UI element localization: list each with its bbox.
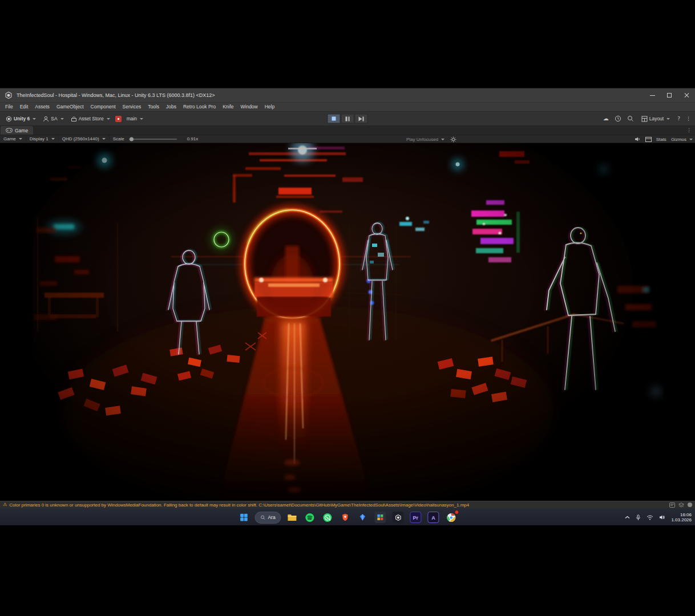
toolbar-left-group: Unity 6 SA Asset Store bbox=[4, 115, 145, 123]
play-stop-button[interactable] bbox=[328, 114, 341, 124]
status-bar-icons bbox=[669, 502, 692, 508]
after-effects-icon[interactable]: A bbox=[427, 510, 441, 524]
menu-retro-look-pro[interactable]: Retro Look Pro bbox=[180, 103, 219, 111]
taskbar-center-icons: Ara bbox=[237, 509, 458, 526]
tab-game-label: Game bbox=[15, 128, 28, 133]
game-view-toolbar: Game Display 1 QHD (2560x1440) Scale 0.9… bbox=[0, 135, 695, 143]
resolution-label: QHD (2560x1440) bbox=[62, 136, 99, 141]
maximize-button[interactable] bbox=[661, 88, 678, 102]
taskbar-clock[interactable]: 16:06 1.03.2026 bbox=[671, 512, 692, 523]
system-tray: 16:06 1.03.2026 bbox=[625, 509, 692, 526]
game-viewport[interactable] bbox=[0, 143, 695, 501]
play-focus-dropdown[interactable]: Play Unfocused bbox=[406, 137, 445, 142]
gizmos-dropdown[interactable]: Gizmos bbox=[671, 137, 693, 142]
scale-control: Scale 0.91x bbox=[110, 135, 202, 143]
volume-icon[interactable] bbox=[659, 514, 665, 520]
chevron-down-icon bbox=[51, 138, 55, 140]
capture-burst-icon[interactable] bbox=[450, 136, 456, 143]
clock-time: 16:06 bbox=[680, 512, 692, 518]
cloud-icon[interactable]: ☁ bbox=[603, 116, 609, 121]
help-icon[interactable]: ? bbox=[677, 116, 680, 121]
menu-tools[interactable]: Tools bbox=[144, 103, 163, 111]
microphone-icon[interactable] bbox=[636, 514, 641, 521]
tab-menu-icon[interactable]: ⋮ bbox=[686, 127, 692, 133]
chevron-down-icon bbox=[102, 138, 106, 140]
whatsapp-icon[interactable] bbox=[321, 510, 334, 524]
branch-label: main bbox=[127, 116, 137, 121]
status-message[interactable]: Color primaries 0 is unknown or unsuppor… bbox=[9, 502, 662, 508]
windows-taskbar: Ara bbox=[0, 508, 695, 525]
display-dropdown[interactable]: Display 1 bbox=[26, 135, 59, 143]
file-explorer-icon[interactable] bbox=[285, 510, 299, 524]
search-icon[interactable] bbox=[627, 115, 634, 122]
menu-file[interactable]: File bbox=[2, 103, 17, 111]
brave-icon[interactable] bbox=[338, 510, 352, 524]
minimize-icon bbox=[650, 95, 655, 96]
display-label: Display 1 bbox=[30, 136, 49, 141]
tab-game[interactable]: Game bbox=[1, 126, 33, 135]
minimize-button[interactable] bbox=[644, 88, 661, 102]
premiere-label: Pr bbox=[413, 515, 419, 521]
stats-button[interactable]: Stats bbox=[656, 137, 666, 142]
chevron-down-icon bbox=[441, 139, 445, 140]
history-icon[interactable] bbox=[615, 115, 621, 122]
chevron-down-icon bbox=[107, 118, 110, 120]
game-view-mode-label: Game bbox=[3, 136, 16, 141]
unity-logo-icon bbox=[5, 91, 13, 99]
menu-assets[interactable]: Assets bbox=[31, 103, 53, 111]
resolution-dropdown[interactable]: QHD (2560x1440) bbox=[59, 135, 110, 143]
asset-store-dropdown[interactable]: Asset Store bbox=[69, 115, 112, 123]
menu-edit[interactable]: Edit bbox=[17, 103, 32, 111]
menu-help[interactable]: Help bbox=[261, 103, 278, 111]
premiere-icon[interactable]: Pr bbox=[409, 510, 423, 524]
scale-slider-knob[interactable] bbox=[130, 137, 134, 141]
warning-icon: ⚠ bbox=[3, 502, 7, 507]
chevron-down-icon bbox=[140, 118, 143, 120]
spotify-icon[interactable] bbox=[303, 510, 317, 524]
unity-editor-window: TheInfectedSoul - Hospital - Windows, Ma… bbox=[0, 88, 695, 508]
browser-icon[interactable] bbox=[445, 510, 458, 524]
game-view-mode-dropdown[interactable]: Game bbox=[0, 135, 26, 143]
unity-app-icon[interactable] bbox=[391, 510, 405, 524]
unity-version-label: Unity 6 bbox=[14, 116, 30, 121]
start-button[interactable] bbox=[237, 510, 250, 524]
chevron-down-icon bbox=[689, 139, 693, 140]
pause-button[interactable] bbox=[341, 114, 354, 124]
menu-window[interactable]: Window bbox=[237, 103, 261, 111]
close-button[interactable] bbox=[678, 88, 695, 102]
version-control-alert-icon[interactable] bbox=[115, 116, 122, 122]
menu-services[interactable]: Services bbox=[119, 103, 145, 111]
game-view-icon bbox=[6, 128, 13, 133]
menu-gameobject[interactable]: GameObject bbox=[53, 103, 87, 111]
chevron-down-icon bbox=[33, 118, 36, 120]
more-options-icon[interactable]: ⋮ bbox=[686, 116, 691, 121]
branch-dropdown[interactable]: main bbox=[125, 115, 145, 123]
tray-chevron-up-icon[interactable] bbox=[625, 516, 630, 519]
mute-audio-icon[interactable] bbox=[635, 136, 641, 142]
taskbar-search[interactable]: Ara bbox=[254, 512, 281, 524]
scale-label: Scale bbox=[113, 136, 124, 141]
menu-bar: File Edit Assets GameObject Component Se… bbox=[0, 102, 695, 112]
menu-jobs[interactable]: Jobs bbox=[163, 103, 180, 111]
scale-slider[interactable] bbox=[129, 139, 177, 140]
menu-knife[interactable]: Knife bbox=[219, 103, 237, 111]
layers-icon[interactable] bbox=[678, 502, 684, 508]
vsync-monitor-icon[interactable] bbox=[645, 137, 652, 142]
after-effects-label: A bbox=[431, 515, 435, 521]
game-scene bbox=[0, 143, 695, 501]
toolbar-right-group: ☁ Layout ? bbox=[603, 115, 691, 123]
unity-version-dropdown[interactable]: Unity 6 bbox=[4, 115, 38, 123]
dark-app-icon[interactable] bbox=[374, 510, 387, 524]
wifi-icon[interactable] bbox=[646, 515, 653, 520]
gizmos-label: Gizmos bbox=[671, 137, 686, 142]
gem-app-icon[interactable] bbox=[356, 510, 370, 524]
layout-dropdown[interactable]: Layout bbox=[640, 115, 672, 123]
window-titlebar[interactable]: TheInfectedSoul - Hospital - Windows, Ma… bbox=[0, 88, 695, 102]
status-bar[interactable]: ⚠ Color primaries 0 is unknown or unsupp… bbox=[0, 501, 695, 508]
account-dropdown[interactable]: SA bbox=[41, 115, 65, 123]
step-button[interactable] bbox=[355, 114, 368, 124]
chevron-down-icon bbox=[60, 118, 64, 120]
clock-date: 1.03.2026 bbox=[671, 517, 692, 523]
console-icon[interactable] bbox=[669, 502, 675, 508]
menu-component[interactable]: Component bbox=[87, 103, 119, 111]
